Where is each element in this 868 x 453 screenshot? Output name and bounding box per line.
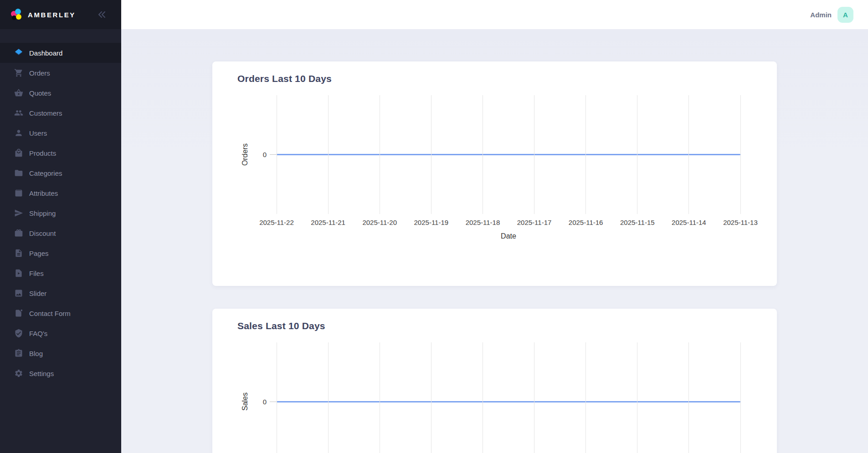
x-tick-label: 2025-11-19 [414, 219, 449, 226]
categories-icon [14, 168, 23, 178]
dashboard-icon [14, 48, 23, 58]
brand-name: AMBERLEY [28, 11, 76, 19]
sidebar-item-attributes[interactable]: Attributes [0, 183, 121, 203]
sidebar-item-label: Orders [29, 69, 50, 77]
gridline [431, 342, 431, 453]
sidebar-item-label: Discount [29, 229, 56, 237]
x-tick-label: 2025-11-17 [517, 219, 552, 226]
user-name-label[interactable]: Admin [810, 11, 832, 19]
gridline [740, 342, 741, 453]
gridline [534, 95, 534, 214]
pages-icon [14, 249, 23, 258]
gridline [483, 95, 483, 214]
y-tick-label: 0 [250, 151, 267, 158]
brand-logo: AMBERLEY [11, 9, 76, 21]
gridline [380, 342, 380, 453]
y-axis-title: Sales [241, 392, 249, 411]
gridline [688, 95, 689, 214]
x-tick-label: 2025-11-15 [620, 219, 655, 226]
attributes-icon [14, 188, 23, 198]
series-line [277, 154, 740, 155]
sidebar-item-settings[interactable]: Settings [0, 363, 121, 383]
slider-icon [14, 289, 23, 298]
sidebar-item-label: Files [29, 270, 44, 277]
gridline [586, 95, 586, 214]
gridline [277, 342, 277, 453]
sidebar-item-label: Quotes [29, 89, 51, 97]
shipping-icon [14, 209, 23, 218]
gridline [328, 95, 329, 214]
sidebar-item-orders[interactable]: Orders [0, 63, 121, 83]
sidebar-item-blog[interactable]: Blog [0, 343, 121, 363]
sidebar-item-label: Pages [29, 249, 49, 257]
contact-form-icon [14, 309, 23, 318]
sidebar-item-label: Slider [29, 290, 46, 297]
gridline [740, 95, 741, 214]
sidebar-item-label: Products [29, 149, 56, 157]
sidebar-item-label: FAQ's [29, 330, 47, 337]
sidebar-item-slider[interactable]: Slider [0, 283, 121, 303]
gridline [637, 95, 637, 214]
gridline [534, 342, 534, 453]
sidebar-item-shipping[interactable]: Shipping [0, 203, 121, 223]
sidebar-item-products[interactable]: Products [0, 143, 121, 163]
orders-chart-title: Orders Last 10 Days [212, 61, 777, 84]
x-tick-label: 2025-11-20 [362, 219, 397, 226]
x-tick-label: 2025-11-16 [569, 219, 603, 226]
sidebar-item-label: Dashboard [29, 49, 62, 57]
y-axis-tick [270, 154, 277, 155]
sidebar-item-pages[interactable]: Pages [0, 243, 121, 263]
main-area: Admin A Orders Last 10 Days 0 Orders Dat… [121, 0, 868, 453]
orders-icon [14, 68, 23, 78]
sidebar-item-label: Categories [29, 169, 62, 177]
sidebar-collapse-button[interactable] [97, 10, 108, 20]
sidebar-item-label: Shipping [29, 209, 56, 217]
sidebar-item-faq-s[interactable]: FAQ's [0, 323, 121, 343]
y-axis-tick [270, 402, 277, 402]
sidebar-item-customers[interactable]: Customers [0, 103, 121, 123]
sidebar-item-label: Attributes [29, 189, 58, 197]
sales-chart-card: Sales Last 10 Days 0 Sales Date 2025-11-… [212, 309, 777, 453]
double-chevron-left-icon [97, 10, 108, 20]
files-icon [14, 269, 23, 278]
sidebar-nav: Dashboard Orders Quotes Customers Users … [0, 29, 121, 383]
y-axis-title: Orders [241, 143, 249, 166]
x-tick-label: 2025-11-13 [723, 219, 758, 226]
sidebar-item-discount[interactable]: Discount [0, 223, 121, 243]
user-avatar[interactable]: A [837, 7, 853, 23]
sidebar-item-label: Customers [29, 109, 62, 117]
sidebar-item-files[interactable]: Files [0, 263, 121, 283]
gridline [277, 95, 277, 214]
sidebar-item-contact-form[interactable]: Contact Form [0, 303, 121, 323]
gridline [380, 95, 380, 214]
x-axis-title: Date [501, 232, 516, 240]
sidebar-item-users[interactable]: Users [0, 123, 121, 143]
discount-icon [14, 229, 23, 238]
topbar: Admin A [121, 0, 868, 29]
sidebar-item-dashboard[interactable]: Dashboard [0, 43, 121, 63]
gridline [328, 342, 329, 453]
customers-icon [14, 108, 23, 118]
sidebar-item-label: Contact Form [29, 310, 71, 317]
app-root: AMBERLEY Dashboard Orders Quotes Custome… [0, 0, 868, 453]
orders-chart-card: Orders Last 10 Days 0 Orders Date 2025-1… [212, 61, 777, 286]
x-tick-label: 2025-11-21 [311, 219, 345, 226]
sidebar: AMBERLEY Dashboard Orders Quotes Custome… [0, 0, 121, 453]
sales-chart-title: Sales Last 10 Days [212, 309, 777, 331]
gridline [637, 342, 637, 453]
blog-icon [14, 349, 23, 358]
settings-icon [14, 369, 23, 378]
gridline [483, 342, 483, 453]
sidebar-header: AMBERLEY [0, 0, 121, 29]
sidebar-item-quotes[interactable]: Quotes [0, 83, 121, 103]
gridline [431, 95, 431, 214]
sidebar-item-label: Settings [29, 370, 54, 377]
content: Orders Last 10 Days 0 Orders Date 2025-1… [121, 29, 868, 453]
gridline [586, 342, 586, 453]
gridline [688, 342, 689, 453]
series-line [277, 401, 740, 402]
faqs-icon [14, 329, 23, 338]
x-tick-label: 2025-11-14 [672, 219, 706, 226]
sidebar-item-categories[interactable]: Categories [0, 163, 121, 183]
quotes-icon [14, 88, 23, 98]
